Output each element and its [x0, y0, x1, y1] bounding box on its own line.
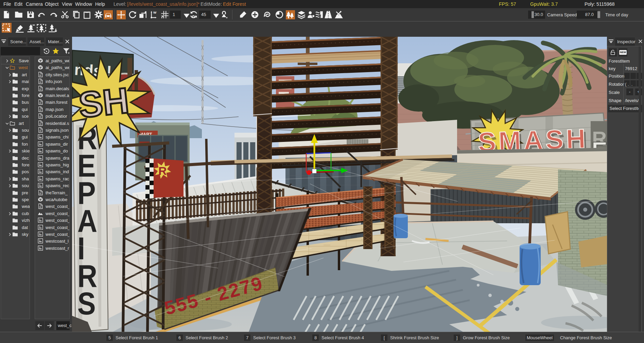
svg-text:SH: SH — [77, 80, 131, 125]
svg-text:S: S — [77, 286, 96, 321]
svg-text:R: R — [158, 164, 167, 177]
svg-text:W: W — [153, 11, 157, 14]
